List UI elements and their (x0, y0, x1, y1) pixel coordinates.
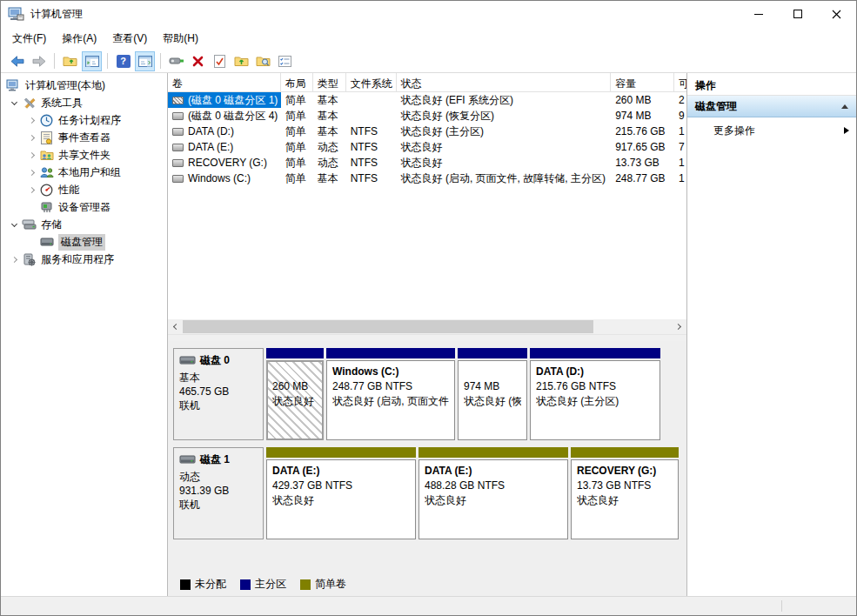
chevron-right-icon[interactable] (8, 258, 22, 262)
disk-size: 931.39 GB (179, 484, 258, 498)
actions-section-disk-management[interactable]: 磁盘管理 (687, 96, 856, 117)
chevron-right-icon[interactable] (25, 153, 39, 157)
partition-body[interactable]: DATA (E:) 429.37 GB NTFS 状态良好 (266, 459, 416, 539)
volume-name-cell[interactable]: (磁盘 0 磁盘分区 1) (168, 92, 281, 108)
back-button[interactable] (7, 51, 27, 71)
chevron-right-icon[interactable] (25, 136, 39, 140)
minimize-button[interactable] (739, 1, 778, 27)
partition-efi[interactable]: 260 MB 状态良好 (266, 348, 324, 440)
explore-folder-button[interactable] (253, 51, 273, 71)
properties-button[interactable] (210, 51, 230, 71)
tree-item-label: 事件查看器 (58, 131, 110, 145)
partition-body[interactable]: RECOVERY (G:) 13.73 GB NTFS 状态良好 (571, 459, 679, 539)
tree-item-label: 共享文件夹 (58, 148, 110, 163)
partition-windows-c[interactable]: Windows (C:) 248.77 GB NTFS 状态良好 (启动, 页面… (326, 348, 455, 440)
partition-data-d[interactable]: DATA (D:) 215.76 GB NTFS 状态良好 (主分区) (530, 348, 660, 440)
partition-recovery-974mb[interactable]: 974 MB 状态良好 (恢 (458, 348, 527, 440)
tools-icon (22, 96, 37, 110)
tree-item-disk-management[interactable]: 磁盘管理 (1, 233, 167, 251)
menu-view[interactable]: 查看(V) (104, 28, 155, 50)
more-actions-item[interactable]: 更多操作 (687, 117, 856, 144)
partition-recovery-g[interactable]: RECOVERY (G:) 13.73 GB NTFS 状态良好 (571, 447, 679, 539)
disk-row-0: 磁盘 0 基本 465.75 GB 联机 260 MB 状态良好 (173, 348, 681, 440)
tree-item-computer-management[interactable]: 计算机管理(本地) (1, 77, 167, 94)
device-button[interactable] (166, 51, 186, 71)
volume-icon (172, 128, 184, 136)
column-header-status[interactable]: 状态 (397, 73, 612, 91)
tree-item-storage[interactable]: 存储 (1, 216, 167, 233)
disk-label-box[interactable]: 磁盘 1 动态 931.39 GB 联机 (173, 447, 264, 539)
volume-name-cell[interactable]: DATA (E:) (168, 139, 281, 155)
delete-button[interactable] (188, 51, 208, 71)
show-action-pane-button[interactable] (135, 51, 155, 71)
toolbar-separator (107, 53, 108, 69)
collapse-up-icon[interactable] (841, 104, 848, 109)
volume-row[interactable]: DATA (E:) 简单 动态 NTFS 状态良好 917.65 GB 7 (168, 139, 686, 155)
volume-row[interactable]: DATA (D:) 简单 基本 NTFS 状态良好 (主分区) 215.76 G… (168, 124, 686, 139)
partition-body[interactable]: DATA (E:) 488.28 GB NTFS 状态良好 (418, 459, 568, 539)
scroll-left-arrow[interactable] (168, 319, 183, 334)
partition-data-e-1[interactable]: DATA (E:) 429.37 GB NTFS 状态良好 (266, 447, 416, 539)
disk-name: 磁盘 0 (200, 353, 230, 368)
open-folder-button[interactable] (231, 51, 251, 71)
pane-splitter[interactable] (168, 334, 686, 341)
partition-body[interactable]: DATA (D:) 215.76 GB NTFS 状态良好 (主分区) (530, 360, 660, 440)
storage-icon (22, 218, 37, 231)
tree-item-device-manager[interactable]: 设备管理器 (1, 198, 167, 216)
column-header-type[interactable]: 类型 (313, 73, 346, 91)
disk-type: 基本 (179, 371, 258, 385)
document-check-icon (214, 55, 225, 68)
forward-button[interactable] (29, 51, 49, 71)
column-header-volume[interactable]: 卷 (168, 73, 281, 91)
volume-name-cell[interactable]: DATA (D:) (168, 124, 281, 139)
tree-item-system-tools[interactable]: 系统工具 (1, 94, 167, 111)
chevron-down-icon[interactable] (8, 224, 22, 226)
partition-color-strip (266, 447, 416, 458)
partition-body-selected[interactable]: 260 MB 状态良好 (266, 360, 324, 440)
tree-item-services-applications[interactable]: 服务和应用程序 (1, 251, 167, 268)
help-button[interactable]: ? (113, 51, 133, 71)
tree-item-event-viewer[interactable]: 事件查看器 (1, 129, 167, 146)
computer-icon (8, 7, 24, 22)
volume-row[interactable]: (磁盘 0 磁盘分区 4) 简单 基本 状态良好 (恢复分区) 974 MB 9 (168, 108, 686, 124)
chevron-down-icon[interactable] (8, 102, 22, 104)
volume-row[interactable]: RECOVERY (G:) 简单 动态 NTFS 状态良好 13.73 GB 1 (168, 155, 686, 171)
performance-gauge-icon (39, 183, 54, 197)
show-console-tree-button[interactable] (82, 51, 102, 71)
volume-row[interactable]: Windows (C:) 简单 基本 NTFS 状态良好 (启动, 页面文件, … (168, 171, 686, 186)
checklist-button[interactable] (275, 51, 295, 71)
scrollbar-thumb[interactable] (183, 320, 593, 333)
title-bar: 计算机管理 (1, 1, 856, 27)
column-header-filesystem[interactable]: 文件系统 (346, 73, 397, 91)
maximize-button[interactable] (778, 1, 817, 27)
horizontal-scrollbar[interactable] (168, 319, 686, 334)
volume-name-cell[interactable]: RECOVERY (G:) (168, 155, 281, 171)
column-header-capacity[interactable]: 容量 (611, 73, 674, 91)
menu-file[interactable]: 文件(F) (4, 28, 54, 50)
partition-body[interactable]: Windows (C:) 248.77 GB NTFS 状态良好 (启动, 页面… (326, 360, 455, 440)
close-button[interactable] (817, 1, 856, 27)
menu-action[interactable]: 操作(A) (54, 28, 104, 50)
partition-data-e-2[interactable]: DATA (E:) 488.28 GB NTFS 状态良好 (418, 447, 568, 539)
action-pane-icon (138, 56, 152, 67)
tree-item-local-users-groups[interactable]: 本地用户和组 (1, 164, 167, 181)
disk-label-box[interactable]: 磁盘 0 基本 465.75 GB 联机 (173, 348, 264, 440)
partition-body[interactable]: 974 MB 状态良好 (恢 (458, 360, 527, 440)
volume-name-cell[interactable]: Windows (C:) (168, 171, 281, 186)
legend-swatch (180, 579, 191, 590)
volume-name-cell[interactable]: (磁盘 0 磁盘分区 4) (168, 108, 281, 124)
tree-item-performance[interactable]: 性能 (1, 181, 167, 198)
chevron-right-icon[interactable] (25, 188, 39, 192)
up-level-button[interactable] (60, 51, 80, 71)
scroll-right-arrow[interactable] (672, 319, 686, 334)
chevron-right-icon[interactable] (25, 118, 39, 123)
actions-pane-title: 操作 (687, 73, 856, 96)
main-area: 计算机管理(本地) 系统工具 任务计划程序 事件查看器 共享文件夹 (1, 73, 856, 596)
tree-item-task-scheduler[interactable]: 任务计划程序 (1, 111, 167, 129)
column-header-layout[interactable]: 布局 (281, 73, 313, 91)
chevron-right-icon[interactable] (25, 171, 39, 175)
menu-help[interactable]: 帮助(H) (155, 28, 206, 50)
tree-item-shared-folders[interactable]: 共享文件夹 (1, 146, 167, 164)
column-header-free[interactable]: 可 (674, 73, 686, 91)
volume-row[interactable]: (磁盘 0 磁盘分区 1) 简单 基本 状态良好 (EFI 系统分区) 260 … (168, 92, 686, 108)
